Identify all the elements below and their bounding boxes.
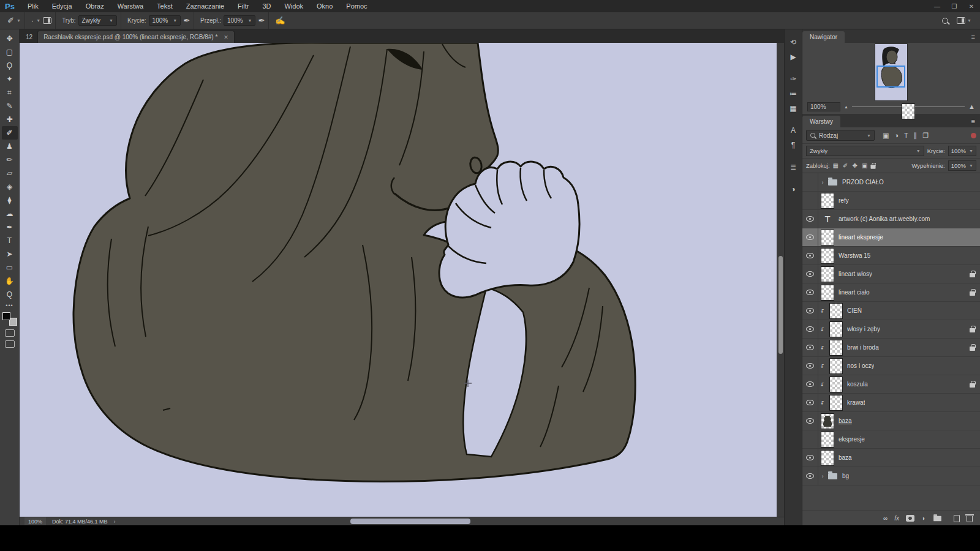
- workspace-switcher[interactable]: ▼: [957, 17, 971, 24]
- layer-name[interactable]: brwi i broda: [847, 344, 879, 351]
- lock-transparency-icon[interactable]: ▦: [833, 162, 839, 169]
- menu-item-okno[interactable]: Okno: [310, 0, 339, 12]
- add-mask-icon[interactable]: [906, 515, 914, 522]
- layer-row[interactable]: ›bg: [802, 467, 980, 485]
- layer-name[interactable]: krawat: [847, 399, 865, 406]
- lasso-tool[interactable]: Ϙ: [2, 59, 18, 72]
- layer-row[interactable]: ↴włosy i zęby: [802, 320, 980, 339]
- layer-row[interactable]: baza: [802, 449, 980, 467]
- shape-tool[interactable]: ▭: [2, 261, 18, 274]
- restore-button[interactable]: ❐: [946, 3, 963, 10]
- menu-item-filtr[interactable]: Filtr: [231, 0, 255, 12]
- horizontal-scroll-thumb[interactable]: [350, 519, 470, 524]
- layer-row[interactable]: ↴koszula: [802, 375, 980, 394]
- layer-name[interactable]: Warstwa 15: [839, 252, 870, 259]
- layer-name[interactable]: lineart ekspresje: [839, 234, 883, 241]
- layer-thumbnail[interactable]: [821, 266, 834, 282]
- menu-item-tekst[interactable]: Tekst: [150, 0, 179, 12]
- layer-thumbnail[interactable]: [821, 193, 834, 209]
- layer-name[interactable]: baza: [839, 454, 852, 461]
- layer-visibility-icon[interactable]: [802, 375, 818, 393]
- blur-tool[interactable]: ⧫: [2, 193, 18, 207]
- layer-filter-select[interactable]: Rodzaj ▼: [806, 130, 875, 141]
- quick-selection-tool[interactable]: ✦: [2, 72, 18, 86]
- layer-row[interactable]: baza: [802, 412, 980, 430]
- layer-row[interactable]: ↴CIEŃ: [802, 302, 980, 320]
- layer-thumbnail[interactable]: [829, 303, 843, 319]
- layer-name[interactable]: nos i oczy: [847, 362, 874, 369]
- gradient-tool[interactable]: ◈: [2, 180, 18, 193]
- eraser-tool[interactable]: ▱: [2, 167, 18, 180]
- expand-group-icon[interactable]: ›: [818, 473, 827, 479]
- document-tab[interactable]: Racshlavik ekspresje.psd @ 100% (lineart…: [37, 31, 235, 43]
- layer-row[interactable]: lineart ciało: [802, 283, 980, 302]
- layer-name[interactable]: lineart ciało: [839, 289, 870, 296]
- type-tool[interactable]: T: [2, 234, 18, 247]
- layer-visibility-icon[interactable]: [802, 265, 818, 283]
- panel-menu-icon[interactable]: ≡: [971, 118, 980, 127]
- lock-pixels-icon[interactable]: ✐: [843, 162, 848, 169]
- toggle-brush-panel-icon[interactable]: [43, 17, 51, 24]
- layer-visibility-icon[interactable]: [802, 247, 818, 264]
- menu-item-widok[interactable]: Widok: [277, 0, 310, 12]
- layer-thumbnail[interactable]: [821, 285, 834, 301]
- history-brush-tool[interactable]: ✏: [2, 153, 18, 167]
- expand-group-icon[interactable]: ›: [818, 179, 827, 186]
- layer-row[interactable]: ekspresje: [802, 430, 980, 449]
- layer-visibility-icon[interactable]: [802, 320, 818, 338]
- layer-row[interactable]: ↴krawat: [802, 394, 980, 412]
- opacity-select[interactable]: 100% ▼: [149, 15, 181, 26]
- mode-select[interactable]: Zwykły ▼: [78, 15, 118, 26]
- layer-visibility-icon[interactable]: [802, 449, 818, 467]
- navigator-zoom-slider[interactable]: ▲: [852, 103, 965, 110]
- link-layers-icon[interactable]: ∞: [883, 515, 888, 522]
- layer-name[interactable]: lineart włosy: [839, 271, 872, 277]
- layer-visibility-icon[interactable]: [802, 302, 818, 320]
- vertical-scroll-thumb[interactable]: [778, 256, 783, 354]
- zoom-out-icon[interactable]: ▲: [844, 105, 848, 109]
- filter-adjustment-icon[interactable]: ◑: [894, 132, 899, 140]
- layer-thumbnail[interactable]: [829, 340, 843, 356]
- layers-opacity-field[interactable]: 100% ▼: [948, 146, 976, 156]
- lock-artboard-icon[interactable]: ▣: [862, 162, 867, 169]
- airbrush-flow-icon[interactable]: ✒: [258, 16, 265, 25]
- vertical-scrollbar[interactable]: [777, 43, 784, 517]
- layer-row[interactable]: ›PRZÓD CIAŁO: [802, 173, 980, 192]
- fill-field[interactable]: 100% ▼: [948, 160, 976, 171]
- layer-visibility-icon[interactable]: [802, 283, 818, 301]
- new-group-icon[interactable]: [933, 515, 941, 521]
- layer-visibility-icon[interactable]: [802, 394, 818, 411]
- tool-presets-icon[interactable]: ≔: [786, 87, 801, 100]
- menu-item-warstwa[interactable]: Warstwa: [111, 0, 150, 12]
- tab-layers[interactable]: Warstwy: [802, 116, 840, 127]
- layer-visibility-empty[interactable]: [802, 192, 818, 209]
- flow-select[interactable]: 100% ▼: [224, 15, 256, 26]
- color-wells[interactable]: [2, 312, 17, 326]
- brush-settings-icon[interactable]: ≣: [786, 160, 801, 174]
- pen-tool[interactable]: ✒: [2, 220, 18, 234]
- panel-menu-icon[interactable]: ≡: [971, 33, 980, 43]
- new-layer-icon[interactable]: [954, 515, 960, 522]
- layer-thumbnail[interactable]: [829, 321, 843, 337]
- status-zoom-level[interactable]: 100%: [24, 517, 46, 525]
- layer-visibility-icon[interactable]: [802, 467, 818, 485]
- marquee-tool[interactable]: ▢: [2, 45, 18, 59]
- layer-thumbnail[interactable]: [821, 432, 834, 448]
- grid-icon[interactable]: ▦: [786, 102, 801, 115]
- paragraph-icon[interactable]: ¶: [786, 138, 801, 152]
- layer-visibility-empty[interactable]: [802, 430, 818, 448]
- layer-thumbnail[interactable]: [821, 450, 834, 466]
- layer-thumbnail[interactable]: [829, 395, 843, 411]
- filter-type-icon[interactable]: T: [904, 132, 908, 140]
- filter-smart-object-icon[interactable]: ❐: [922, 132, 929, 140]
- layer-visibility-empty[interactable]: [802, 173, 818, 191]
- layer-name[interactable]: bg: [842, 473, 849, 479]
- crop-tool[interactable]: ⌗: [2, 86, 18, 99]
- edit-toolbar-icon[interactable]: •••: [6, 302, 13, 309]
- layer-thumbnail[interactable]: [829, 358, 843, 374]
- layer-thumbnail[interactable]: [821, 230, 834, 246]
- layer-styles-icon[interactable]: fx: [894, 515, 899, 522]
- layer-name[interactable]: refy: [839, 197, 849, 204]
- history-icon[interactable]: ⟲: [786, 36, 801, 49]
- filter-pixel-icon[interactable]: ▣: [883, 132, 889, 140]
